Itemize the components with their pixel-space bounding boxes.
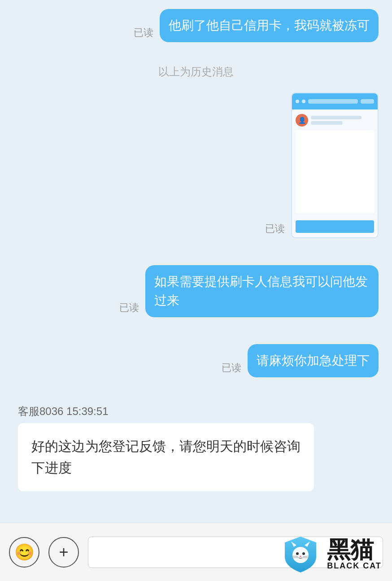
image-bubble: 👤 (291, 92, 379, 238)
read-label-3: 已读 (119, 301, 139, 315)
svg-point-1 (296, 552, 299, 555)
image-body: 👤 (292, 109, 378, 237)
chat-container: 已读 他刷了他自己信用卡，我码就被冻可 以上为历史消息 已读 (0, 0, 392, 581)
img-blue-bar (296, 220, 374, 233)
cat-english-text: BLACK CAT (327, 561, 382, 571)
img-sub-line (311, 121, 343, 125)
read-label-2: 已读 (265, 222, 285, 236)
avatar-icon: 👤 (298, 117, 306, 124)
svg-point-3 (300, 555, 301, 557)
history-divider: 以上为历史消息 (13, 65, 379, 79)
message-block-3: 已读 如果需要提供刷卡人信息我可以问他发过来 (13, 265, 379, 317)
message-row-3: 已读 如果需要提供刷卡人信息我可以问他发过来 (113, 265, 379, 317)
agent-name: 客服8036 15:39:51 (18, 405, 108, 417)
plus-button[interactable]: + (48, 537, 79, 568)
cat-shield-icon (280, 534, 321, 575)
img-name-area (311, 116, 374, 125)
emoji-button[interactable]: 😊 (9, 537, 39, 568)
left-msg-card: 好的这边为您登记反馈，请您明天的时候咨询下进度 (18, 423, 314, 491)
header-bar (308, 99, 358, 104)
svg-point-2 (302, 552, 305, 555)
message-block-4: 已读 请麻烦你加急处理下 (13, 344, 379, 377)
cat-chinese-text: 黑猫 (327, 538, 374, 561)
img-name-line (311, 116, 362, 119)
img-avatar-row: 👤 (296, 114, 374, 127)
message-block-5: 好的这边为您登记反馈，请您明天的时候咨询下进度 (13, 423, 379, 491)
header-dot-1 (296, 100, 299, 103)
watermark: 黑猫 BLACK CAT (270, 528, 392, 581)
message-block-2: 已读 👤 (13, 92, 379, 238)
svg-point-0 (292, 547, 309, 563)
bubble-4: 请麻烦你加急处理下 (248, 344, 379, 377)
image-header (292, 93, 378, 109)
img-white-area (296, 130, 374, 213)
read-label-1: 已读 (134, 26, 153, 39)
message-row-2: 已读 👤 (259, 92, 379, 238)
bubble-3: 如果需要提供刷卡人信息我可以问他发过来 (145, 265, 379, 317)
message-row-4: 已读 请麻烦你加急处理下 (215, 344, 379, 377)
header-bar-right (361, 99, 374, 104)
read-label-4: 已读 (222, 361, 241, 375)
img-avatar: 👤 (296, 114, 308, 127)
bubble-1: 他刷了他自己信用卡，我码就被冻可 (160, 9, 379, 42)
agent-info-row: 客服8036 15:39:51 (13, 404, 379, 419)
header-dot-2 (302, 100, 305, 103)
messages-area: 已读 他刷了他自己信用卡，我码就被冻可 以上为历史消息 已读 (0, 0, 392, 523)
message-row-1: 已读 他刷了他自己信用卡，我码就被冻可 (127, 9, 379, 42)
cat-text-group: 黑猫 BLACK CAT (327, 538, 382, 571)
message-block-1: 已读 他刷了他自己信用卡，我码就被冻可 (13, 9, 379, 42)
